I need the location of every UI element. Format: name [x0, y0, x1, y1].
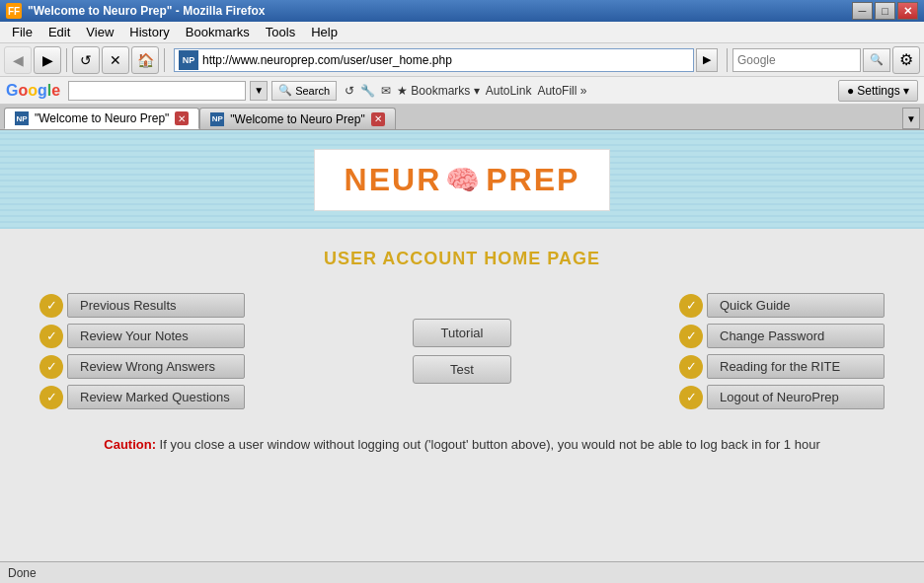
btn-row-logout: ✓ Logout of NeuroPrep: [679, 385, 885, 409]
tab-close-1[interactable]: ✕: [371, 112, 385, 126]
titlebar-controls: ─ □ ✕: [852, 2, 918, 20]
titlebar-title: "Welcome to Neuro Prep" - Mozilla Firefo…: [28, 4, 852, 18]
back-button[interactable]: ◀: [4, 46, 32, 74]
logo-text-left: NEUR: [345, 162, 442, 198]
home-button[interactable]: 🏠: [131, 46, 159, 74]
address-bar[interactable]: NP http://www.neuroprep.com/user/user_ho…: [174, 48, 694, 72]
google-refresh-icon[interactable]: ↺: [345, 84, 354, 98]
tab-1[interactable]: NP "Welcome to Neuro Prep" ✕: [199, 108, 395, 129]
google-settings-button[interactable]: ● Settings ▾: [838, 80, 918, 102]
logo-brain-icon: 🧠: [445, 164, 482, 196]
forward-button[interactable]: ▶: [34, 46, 61, 74]
check-icon-7: ✓: [679, 386, 703, 409]
center-buttons: Tutorial Test: [413, 319, 512, 384]
address-text: http://www.neuroprep.com/user/user_home.…: [202, 53, 452, 67]
logout-button[interactable]: Logout of NeuroPrep: [707, 385, 885, 409]
settings-icon[interactable]: ⚙: [892, 46, 920, 74]
search-container: 🔍: [732, 48, 890, 72]
check-icon-2: ✓: [39, 355, 63, 379]
google-tools-btn[interactable]: 🔧: [360, 84, 375, 98]
reading-rite-button[interactable]: Reading for the RITE: [707, 354, 885, 379]
btn-row-previous-results: ✓ Previous Results: [39, 293, 245, 318]
site-header: NEUR 🧠 PREP: [0, 130, 924, 229]
menu-help[interactable]: Help: [303, 23, 346, 41]
stop-button[interactable]: ✕: [102, 46, 129, 74]
review-marked-questions-button[interactable]: Review Marked Questions: [67, 385, 245, 409]
btn-row-review-notes: ✓ Review Your Notes: [39, 324, 245, 348]
search-input[interactable]: [732, 48, 861, 72]
menu-edit[interactable]: Edit: [40, 23, 78, 41]
page-wrapper: NEUR 🧠 PREP USER ACCOUNT HOME PAGE ✓ Pre…: [0, 130, 924, 583]
titlebar-favicon: FF: [6, 3, 22, 19]
btn-row-quick-guide: ✓ Quick Guide: [679, 293, 885, 318]
minimize-button[interactable]: ─: [852, 2, 873, 20]
btn-row-change-password: ✓ Change Password: [679, 324, 885, 348]
btn-row-reading-rite: ✓ Reading for the RITE: [679, 354, 885, 379]
address-bar-container: NP http://www.neuroprep.com/user/user_ho…: [174, 46, 718, 74]
left-buttons: ✓ Previous Results ✓ Review Your Notes ✓…: [39, 293, 245, 409]
close-button[interactable]: ✕: [897, 2, 918, 20]
tab-favicon-0: NP: [15, 111, 29, 125]
main-area: USER ACCOUNT HOME PAGE ✓ Previous Result…: [0, 229, 924, 561]
logo: NEUR 🧠 PREP: [345, 162, 580, 198]
btn-row-review-marked: ✓ Review Marked Questions: [39, 385, 245, 409]
tab-dropdown-button[interactable]: ▼: [902, 108, 920, 129]
logo-box: NEUR 🧠 PREP: [314, 149, 611, 211]
googlebar: Google ▼ 🔍 Search ↺ 🔧 ✉ ★ Bookmarks ▾ Au…: [0, 77, 924, 105]
caution-area: Caution: If you close a user window with…: [20, 429, 904, 460]
address-favicon: NP: [179, 50, 198, 70]
search-button[interactable]: 🔍: [863, 48, 890, 72]
google-logo: Google: [6, 82, 60, 100]
google-tools: ↺ 🔧 ✉ ★ Bookmarks ▾ AutoLink AutoFill »: [345, 84, 586, 98]
autofill-btn[interactable]: AutoFill »: [537, 84, 586, 98]
separator-2: [164, 48, 165, 72]
right-buttons: ✓ Quick Guide ✓ Change Password ✓ Readin…: [679, 293, 885, 409]
reload-button[interactable]: ↺: [72, 46, 100, 74]
review-wrong-answers-button[interactable]: Review Wrong Answers: [67, 354, 245, 379]
check-icon-0: ✓: [39, 294, 63, 318]
check-icon-1: ✓: [39, 325, 63, 348]
review-notes-button[interactable]: Review Your Notes: [67, 324, 245, 348]
menu-view[interactable]: View: [78, 23, 121, 41]
page-title: USER ACCOUNT HOME PAGE: [20, 249, 904, 269]
tab-label-1: "Welcome to Neuro Prep": [230, 112, 364, 126]
change-password-button[interactable]: Change Password: [707, 324, 885, 348]
go-button[interactable]: ▶: [696, 48, 718, 72]
tab-label-0: "Welcome to Neuro Prep": [35, 111, 169, 125]
caution-text: If you close a user window without loggi…: [160, 437, 820, 452]
tab-close-0[interactable]: ✕: [175, 111, 189, 125]
autolink-btn[interactable]: AutoLink: [486, 84, 532, 98]
quick-guide-button[interactable]: Quick Guide: [707, 293, 885, 318]
logo-text-right: PREP: [486, 162, 579, 198]
google-dropdown-button[interactable]: ▼: [250, 81, 268, 101]
google-search-button[interactable]: 🔍 Search: [271, 81, 337, 101]
separator-3: [727, 48, 728, 72]
tabbar: NP "Welcome to Neuro Prep" ✕ NP "Welcome…: [0, 105, 924, 130]
content-grid: ✓ Previous Results ✓ Review Your Notes ✓…: [20, 293, 904, 409]
tutorial-button[interactable]: Tutorial: [413, 319, 512, 347]
menu-history[interactable]: History: [121, 23, 177, 41]
statusbar: Done: [0, 561, 924, 583]
menu-file[interactable]: File: [4, 23, 40, 41]
previous-results-button[interactable]: Previous Results: [67, 293, 245, 318]
test-button[interactable]: Test: [413, 355, 511, 384]
check-icon-4: ✓: [679, 294, 703, 318]
gmail-icon[interactable]: ✉: [381, 84, 391, 98]
menu-tools[interactable]: Tools: [258, 23, 303, 41]
tab-favicon-1: NP: [210, 112, 224, 126]
caution-label: Caution:: [104, 437, 156, 452]
check-icon-3: ✓: [39, 386, 63, 409]
check-icon-5: ✓: [679, 325, 703, 348]
google-search-input[interactable]: [68, 81, 246, 101]
bookmarks-btn[interactable]: ★ Bookmarks ▾: [397, 84, 480, 98]
status-text: Done: [8, 566, 37, 580]
menubar: File Edit View History Bookmarks Tools H…: [0, 22, 924, 43]
titlebar: FF "Welcome to Neuro Prep" - Mozilla Fir…: [0, 0, 924, 22]
btn-row-review-wrong: ✓ Review Wrong Answers: [39, 354, 245, 379]
tab-0[interactable]: NP "Welcome to Neuro Prep" ✕: [4, 108, 199, 129]
navigation-toolbar: ◀ ▶ ↺ ✕ 🏠 NP http://www.neuroprep.com/us…: [0, 43, 924, 77]
settings-dot: ●: [847, 84, 854, 98]
separator-1: [66, 48, 67, 72]
maximize-button[interactable]: □: [875, 2, 895, 20]
menu-bookmarks[interactable]: Bookmarks: [178, 23, 258, 41]
